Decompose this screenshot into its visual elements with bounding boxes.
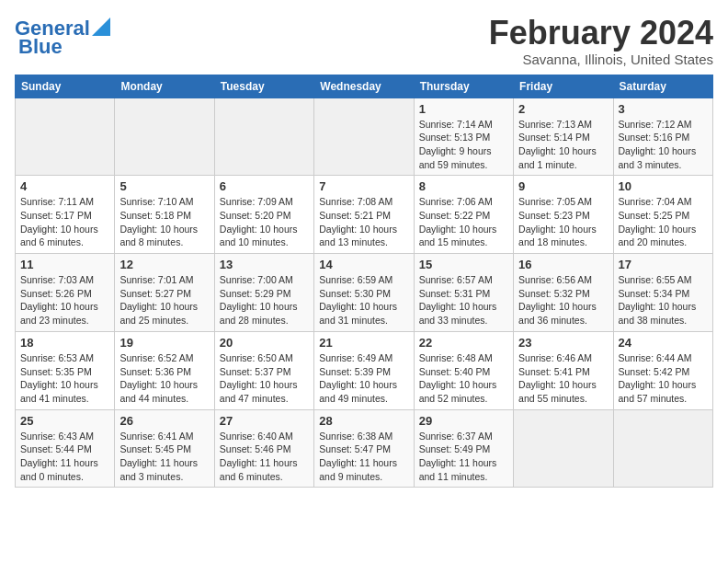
calendar-cell: 6Sunrise: 7:09 AMSunset: 5:20 PMDaylight… bbox=[214, 176, 313, 254]
day-number: 4 bbox=[20, 179, 109, 193]
day-number: 26 bbox=[119, 414, 209, 428]
calendar-cell: 15Sunrise: 6:57 AMSunset: 5:31 PMDayligh… bbox=[414, 254, 513, 332]
day-number: 12 bbox=[119, 258, 209, 271]
day-info: Sunrise: 7:06 AMSunset: 5:22 PMDaylight:… bbox=[419, 195, 508, 249]
header-day-thursday: Thursday bbox=[414, 75, 513, 98]
calendar-cell bbox=[115, 98, 214, 176]
calendar-cell bbox=[613, 409, 712, 488]
calendar-cell bbox=[314, 98, 414, 176]
day-info: Sunrise: 6:59 AMSunset: 5:30 PMDaylight:… bbox=[319, 273, 408, 327]
logo-text-blue: Blue bbox=[18, 35, 63, 58]
day-info: Sunrise: 7:14 AMSunset: 5:13 PMDaylight:… bbox=[419, 118, 508, 172]
calendar-cell: 27Sunrise: 6:40 AMSunset: 5:46 PMDayligh… bbox=[214, 409, 313, 488]
day-number: 2 bbox=[518, 102, 608, 116]
calendar-body: 1Sunrise: 7:14 AMSunset: 5:13 PMDaylight… bbox=[16, 98, 713, 488]
calendar-cell: 29Sunrise: 6:37 AMSunset: 5:49 PMDayligh… bbox=[414, 409, 513, 488]
calendar-cell: 16Sunrise: 6:56 AMSunset: 5:32 PMDayligh… bbox=[514, 254, 613, 332]
header-day-wednesday: Wednesday bbox=[314, 75, 414, 98]
day-number: 25 bbox=[20, 414, 109, 428]
day-info: Sunrise: 7:05 AMSunset: 5:23 PMDaylight:… bbox=[518, 195, 608, 249]
calendar-cell: 8Sunrise: 7:06 AMSunset: 5:22 PMDaylight… bbox=[414, 176, 513, 254]
header-day-monday: Monday bbox=[115, 75, 214, 98]
day-number: 7 bbox=[319, 179, 408, 193]
day-info: Sunrise: 7:01 AMSunset: 5:27 PMDaylight:… bbox=[119, 273, 209, 327]
calendar-cell: 13Sunrise: 7:00 AMSunset: 5:29 PMDayligh… bbox=[214, 254, 313, 332]
header-day-friday: Friday bbox=[514, 75, 613, 98]
day-info: Sunrise: 7:13 AMSunset: 5:14 PMDaylight:… bbox=[518, 118, 608, 172]
day-info: Sunrise: 6:38 AMSunset: 5:47 PMDaylight:… bbox=[319, 430, 408, 484]
day-number: 9 bbox=[518, 179, 608, 193]
day-number: 18 bbox=[20, 336, 109, 350]
day-info: Sunrise: 6:44 AMSunset: 5:42 PMDaylight:… bbox=[619, 351, 708, 406]
day-info: Sunrise: 6:50 AMSunset: 5:37 PMDaylight:… bbox=[220, 351, 309, 406]
calendar-cell: 26Sunrise: 6:41 AMSunset: 5:45 PMDayligh… bbox=[115, 409, 214, 488]
title-area: February 2024 Savanna, Illinois, United … bbox=[489, 15, 713, 67]
day-number: 11 bbox=[20, 258, 109, 271]
day-number: 5 bbox=[119, 179, 209, 193]
day-number: 29 bbox=[419, 414, 508, 428]
day-number: 22 bbox=[419, 336, 508, 350]
calendar-cell: 3Sunrise: 7:12 AMSunset: 5:16 PMDaylight… bbox=[613, 98, 712, 176]
day-number: 14 bbox=[319, 258, 408, 271]
day-number: 13 bbox=[220, 258, 309, 271]
day-number: 3 bbox=[619, 102, 708, 116]
header-day-tuesday: Tuesday bbox=[214, 75, 313, 98]
day-info: Sunrise: 6:55 AMSunset: 5:34 PMDaylight:… bbox=[619, 273, 708, 327]
calendar-cell: 19Sunrise: 6:52 AMSunset: 5:36 PMDayligh… bbox=[115, 331, 214, 409]
calendar-cell: 2Sunrise: 7:13 AMSunset: 5:14 PMDaylight… bbox=[514, 98, 613, 176]
week-row-3: 11Sunrise: 7:03 AMSunset: 5:26 PMDayligh… bbox=[16, 254, 713, 332]
calendar-cell: 14Sunrise: 6:59 AMSunset: 5:30 PMDayligh… bbox=[314, 254, 414, 332]
day-info: Sunrise: 7:04 AMSunset: 5:25 PMDaylight:… bbox=[619, 195, 708, 249]
day-number: 17 bbox=[619, 258, 708, 271]
week-row-5: 25Sunrise: 6:43 AMSunset: 5:44 PMDayligh… bbox=[16, 409, 713, 488]
day-info: Sunrise: 6:53 AMSunset: 5:35 PMDaylight:… bbox=[20, 351, 109, 406]
day-number: 15 bbox=[419, 258, 508, 271]
week-row-4: 18Sunrise: 6:53 AMSunset: 5:35 PMDayligh… bbox=[16, 331, 713, 409]
logo-icon bbox=[92, 17, 110, 36]
week-row-1: 1Sunrise: 7:14 AMSunset: 5:13 PMDaylight… bbox=[16, 98, 713, 176]
day-number: 1 bbox=[419, 102, 508, 116]
day-info: Sunrise: 7:11 AMSunset: 5:17 PMDaylight:… bbox=[20, 195, 109, 249]
calendar-cell: 17Sunrise: 6:55 AMSunset: 5:34 PMDayligh… bbox=[613, 254, 712, 332]
day-info: Sunrise: 7:00 AMSunset: 5:29 PMDaylight:… bbox=[220, 273, 309, 327]
calendar-cell: 25Sunrise: 6:43 AMSunset: 5:44 PMDayligh… bbox=[16, 409, 115, 488]
calendar-cell: 20Sunrise: 6:50 AMSunset: 5:37 PMDayligh… bbox=[214, 331, 313, 409]
calendar-cell: 21Sunrise: 6:49 AMSunset: 5:39 PMDayligh… bbox=[314, 331, 414, 409]
svg-marker-0 bbox=[92, 17, 110, 36]
header: General Blue February 2024 Savanna, Illi… bbox=[15, 15, 713, 67]
calendar-header: SundayMondayTuesdayWednesdayThursdayFrid… bbox=[16, 75, 713, 98]
day-number: 27 bbox=[220, 414, 309, 428]
day-info: Sunrise: 6:40 AMSunset: 5:46 PMDaylight:… bbox=[220, 430, 309, 484]
calendar-cell: 4Sunrise: 7:11 AMSunset: 5:17 PMDaylight… bbox=[16, 176, 115, 254]
calendar-cell: 9Sunrise: 7:05 AMSunset: 5:23 PMDaylight… bbox=[514, 176, 613, 254]
day-number: 19 bbox=[119, 336, 209, 350]
calendar-table: SundayMondayTuesdayWednesdayThursdayFrid… bbox=[15, 75, 713, 488]
calendar-cell: 28Sunrise: 6:38 AMSunset: 5:47 PMDayligh… bbox=[314, 409, 414, 488]
header-day-saturday: Saturday bbox=[613, 75, 712, 98]
day-info: Sunrise: 7:10 AMSunset: 5:18 PMDaylight:… bbox=[119, 195, 209, 249]
day-number: 8 bbox=[419, 179, 508, 193]
calendar-cell: 12Sunrise: 7:01 AMSunset: 5:27 PMDayligh… bbox=[115, 254, 214, 332]
day-info: Sunrise: 7:12 AMSunset: 5:16 PMDaylight:… bbox=[619, 118, 708, 172]
day-info: Sunrise: 6:41 AMSunset: 5:45 PMDaylight:… bbox=[119, 430, 209, 484]
header-row: SundayMondayTuesdayWednesdayThursdayFrid… bbox=[16, 75, 713, 98]
month-title: February 2024 bbox=[489, 15, 713, 52]
calendar-cell bbox=[214, 98, 313, 176]
day-info: Sunrise: 7:08 AMSunset: 5:21 PMDaylight:… bbox=[319, 195, 408, 249]
day-info: Sunrise: 7:03 AMSunset: 5:26 PMDaylight:… bbox=[20, 273, 109, 327]
day-info: Sunrise: 6:49 AMSunset: 5:39 PMDaylight:… bbox=[319, 351, 408, 406]
day-info: Sunrise: 6:57 AMSunset: 5:31 PMDaylight:… bbox=[419, 273, 508, 327]
calendar-cell bbox=[514, 409, 613, 488]
calendar-cell: 1Sunrise: 7:14 AMSunset: 5:13 PMDaylight… bbox=[414, 98, 513, 176]
calendar-cell: 7Sunrise: 7:08 AMSunset: 5:21 PMDaylight… bbox=[314, 176, 414, 254]
day-number: 24 bbox=[619, 336, 708, 350]
calendar-cell: 11Sunrise: 7:03 AMSunset: 5:26 PMDayligh… bbox=[16, 254, 115, 332]
day-info: Sunrise: 6:56 AMSunset: 5:32 PMDaylight:… bbox=[518, 273, 608, 327]
calendar-cell: 23Sunrise: 6:46 AMSunset: 5:41 PMDayligh… bbox=[514, 331, 613, 409]
calendar-cell: 5Sunrise: 7:10 AMSunset: 5:18 PMDaylight… bbox=[115, 176, 214, 254]
location-title: Savanna, Illinois, United States bbox=[489, 52, 713, 67]
logo: General Blue bbox=[15, 15, 110, 57]
day-info: Sunrise: 6:48 AMSunset: 5:40 PMDaylight:… bbox=[419, 351, 508, 406]
day-info: Sunrise: 6:37 AMSunset: 5:49 PMDaylight:… bbox=[419, 430, 508, 484]
day-number: 10 bbox=[619, 179, 708, 193]
